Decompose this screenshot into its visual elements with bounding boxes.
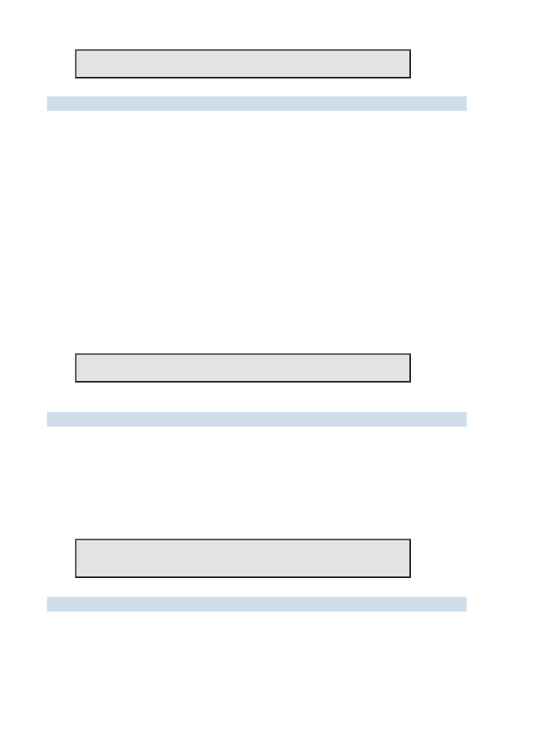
grey-box-1 <box>75 49 411 78</box>
grey-box-3 <box>75 539 411 578</box>
page-container <box>0 0 534 756</box>
blue-bar-2 <box>47 412 467 427</box>
grey-box-2 <box>75 353 411 382</box>
blue-bar-3 <box>47 597 467 612</box>
blue-bar-1 <box>47 96 467 111</box>
